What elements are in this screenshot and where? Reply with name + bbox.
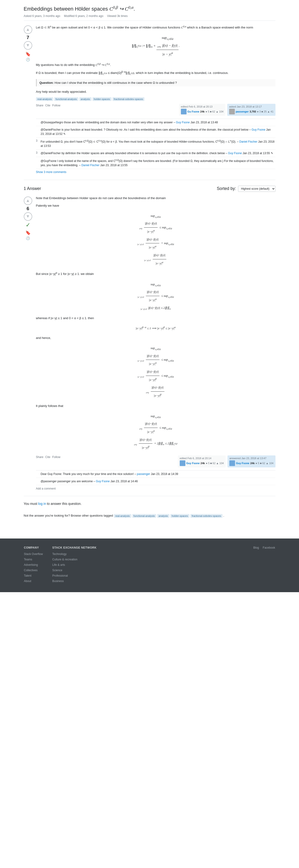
answer-editor-info: Guy Fsone 24k ● 5 ■ 62 ▲ 104: [180, 460, 224, 466]
bookmark-button[interactable]: 🔖: [25, 52, 31, 57]
tag-real-analysis[interactable]: real-analysis: [36, 97, 54, 101]
footer-link-talent[interactable]: Talent: [24, 574, 32, 577]
answer-upvote-button[interactable]: ▲: [24, 196, 32, 205]
answer-text-4: and hence,: [36, 335, 275, 341]
comment-1: @GiuseppeNegro those are holder embeddin…: [36, 119, 275, 126]
asker-info: passenger 3,793 ● 3 ■ 25 ▲ 41: [229, 109, 274, 114]
add-comment-button[interactable]: Add a comment: [36, 486, 275, 491]
answer-comment-1: Dear Guy Fsone: Thank you very much for …: [36, 470, 275, 478]
upvote-button[interactable]: ▲: [24, 25, 32, 34]
comment-user-link[interactable]: Guy Fsone: [176, 121, 190, 124]
footer-company: COMPANY Stack Overflow Teams Advertising…: [24, 546, 43, 585]
footer-facebook-link[interactable]: Facebook: [263, 546, 275, 549]
answerer-rep: 24k: [250, 462, 255, 465]
meta-bar: Asked 6 years, 3 months ago Modified 6 y…: [24, 14, 275, 21]
answer-comment-user-link-2[interactable]: Guy Fsone: [96, 480, 110, 483]
closing-text: Any help would be really appreciated.: [36, 89, 275, 94]
answer-bookmark-button[interactable]: 🔖: [25, 230, 31, 235]
answer-editor-username[interactable]: Guy Fsone: [186, 462, 200, 465]
answer-text-3: whereas if |x−y| ≤ 1 and 0 < α < β ≤ 1. …: [36, 316, 275, 321]
asker-rep: 3,793: [250, 110, 256, 113]
answerer-info: Guy Fsone 24k ● 5 ■ 62 ▲ 104: [229, 460, 273, 466]
answered-info: answered Jan 23, 2018 at 13:47: [229, 457, 273, 460]
browse-tag-fractional-sobolev[interactable]: fractional-sobolev-spaces: [190, 514, 223, 518]
answer-comment-user-link[interactable]: passenger: [137, 472, 150, 476]
asker-username[interactable]: passenger: [236, 110, 248, 113]
tag-analysis[interactable]: analysis: [79, 97, 92, 101]
answer-editor-rep: 24k: [201, 462, 205, 465]
footer-link-science[interactable]: Science: [52, 569, 62, 572]
sort-select[interactable]: Highest score (default) Date modified Da…: [238, 186, 275, 192]
comment-user-link[interactable]: Guy Fsone: [252, 128, 265, 131]
answer-follow-link[interactable]: Follow: [52, 456, 61, 459]
answer-cite-link[interactable]: Cite: [45, 456, 51, 459]
footer-link-technology[interactable]: Technology: [52, 552, 67, 556]
answer-body: Note that Embeddings between Holder spac…: [36, 195, 275, 452]
answer-vote-column: ▲ 6 ▼ ✓ 🔖 🕐: [24, 195, 32, 491]
comment-user-link[interactable]: Daniel Fischer: [81, 163, 100, 167]
footer-company-heading: COMPANY: [24, 546, 43, 549]
answer-editor-avatar: [180, 460, 186, 466]
footer-link-professional[interactable]: Professional: [52, 574, 68, 577]
answer-action-links: Share Cite Follow: [36, 456, 61, 459]
footer-company-links: Stack Overflow Teams Advertising Collect…: [24, 552, 43, 583]
answer-formula-5: supx,y∈Ωx≠y |f(x)−f(y)| |x−y|α ≤ supx,y∈…: [36, 412, 275, 452]
footer-link-about[interactable]: About: [24, 580, 31, 583]
answer-editor-badges: ● 5 ■ 62 ▲ 104: [206, 462, 224, 465]
answer-history-button[interactable]: 🕐: [26, 236, 30, 240]
editor-rep: 24k: [200, 110, 204, 113]
tag-holder-spaces[interactable]: holder-spaces: [93, 97, 111, 101]
answer-formula-4: supx,y∈Ω|x−y|≤1 |f(x)−f(y)| |x−y|α ≤ sup…: [36, 344, 275, 399]
answer-comments: Dear Guy Fsone: Thank you very much for …: [36, 470, 275, 491]
answerer-username[interactable]: Guy Fsone: [236, 462, 250, 465]
answer-content: Note that Embeddings between Holder spac…: [36, 195, 275, 491]
footer-link-collectives[interactable]: Collectives: [24, 569, 38, 572]
tag-fractional-sobolev[interactable]: fractional-sobolev-spaces: [112, 97, 145, 101]
comment-3: 3 For unbounded Ω, you don't have C0,β(Ω…: [36, 138, 275, 150]
comment-user-link[interactable]: Daniel Fischer: [239, 140, 257, 143]
answer-section: ▲ 6 ▼ ✓ 🔖 🕐 Note that Embeddings between…: [24, 195, 275, 491]
question-content: Let Ω ⊂ ℝn be an open subset and let 0 <…: [36, 25, 275, 175]
login-link[interactable]: log in: [38, 502, 46, 505]
history-button[interactable]: 🕐: [26, 58, 30, 61]
footer-link-lifearts[interactable]: Life & arts: [52, 563, 65, 566]
comment-4: 3 @DanielFischer by defintion the Holder…: [36, 150, 275, 157]
tag-functional-analysis[interactable]: functional-analysis: [54, 97, 78, 101]
footer-network: STACK EXCHANGE NETWORK Technology Cultur…: [52, 546, 96, 585]
editor-username[interactable]: Gu Fsone: [188, 110, 199, 113]
browse-tag-analysis[interactable]: analysis: [157, 514, 169, 518]
answer-comment-2: @passenger passenger you are welcome – G…: [36, 478, 275, 485]
login-prompt: You must log in to answer this question.: [24, 502, 275, 505]
cite-link[interactable]: Cite: [45, 104, 51, 107]
downvote-button[interactable]: ▼: [24, 41, 32, 50]
answer-formula-1: supx,y∈Ωx≠y |f(x)−f(y)| |x−y|α ≤ supx,y∈…: [36, 212, 275, 267]
answers-count: 1 Answer: [24, 186, 41, 191]
edit-info: edited Feb 6, 2018 at 20:13: [181, 105, 224, 108]
footer-link-culture[interactable]: Culture & recreation: [52, 558, 77, 561]
answer-share-link[interactable]: Share: [36, 456, 43, 459]
follow-link[interactable]: Follow: [52, 104, 61, 107]
footer-network-links: Technology Culture & recreation Life & a…: [52, 552, 96, 583]
browse-tag-holder-spaces[interactable]: holder-spaces: [170, 514, 189, 518]
asker-card: asked Jan 23, 2018 at 13:17 passenger 3,…: [227, 104, 275, 116]
footer-link-teams[interactable]: Teams: [24, 558, 32, 561]
footer-link-advertising[interactable]: Advertising: [24, 563, 38, 566]
asked-info: asked Jan 23, 2018 at 13:17: [229, 105, 274, 108]
share-link[interactable]: Share: [36, 104, 43, 107]
footer-link-business[interactable]: Business: [52, 580, 64, 583]
editor-badges: ● 5 ■ 62 ▲ 104: [206, 110, 224, 113]
browse-text: Not the answer you're looking for? Brows…: [24, 514, 113, 517]
comment-5: @GuyFsone I only looked at the name of t…: [36, 157, 275, 169]
answer-downvote-button[interactable]: ▼: [24, 212, 32, 221]
browse-tags: real-analysis functional-analysis analys…: [114, 514, 223, 518]
browse-tag-functional-analysis[interactable]: functional-analysis: [132, 514, 157, 518]
footer-blog-link[interactable]: Blog: [253, 546, 259, 549]
browse-tag-real-analysis[interactable]: real-analysis: [114, 514, 131, 518]
answer-intro: Note that Embeddings between Holder spac…: [36, 195, 275, 201]
answer-user-cards: edited Feb 6, 2018 at 20:14 Guy Fsone 24…: [178, 456, 275, 467]
question-highlight: Question: How can I show that the embedd…: [36, 79, 275, 86]
footer-link-stackoverflow[interactable]: Stack Overflow: [24, 552, 43, 556]
show-more-comments[interactable]: Show 3 more comments: [36, 169, 275, 175]
answers-header: 1 Answer Sorted by: Highest score (defau…: [24, 186, 275, 192]
comment-user-link[interactable]: Guy Fsone: [228, 152, 242, 155]
